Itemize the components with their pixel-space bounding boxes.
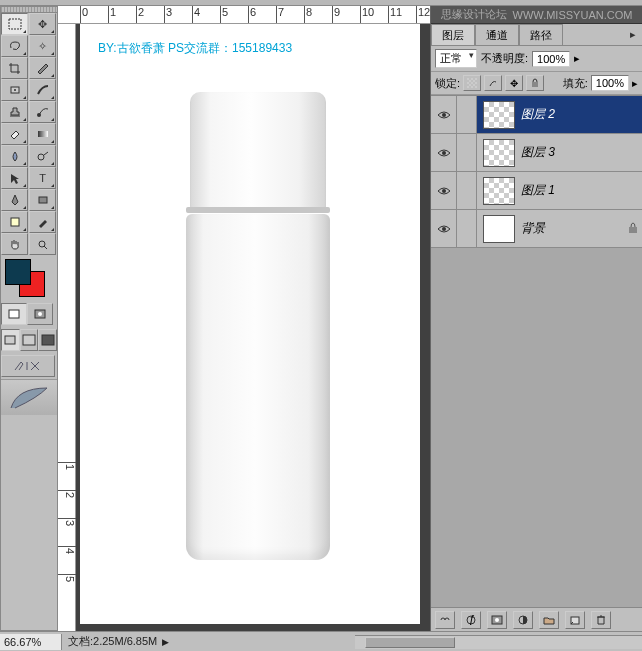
history-brush-tool[interactable] xyxy=(29,101,56,123)
heal-tool[interactable] xyxy=(1,79,28,101)
svg-point-19 xyxy=(442,151,446,155)
layer-name[interactable]: 图层 2 xyxy=(521,106,642,123)
pen-tool[interactable] xyxy=(1,189,28,211)
opacity-flyout-icon[interactable]: ▸ xyxy=(574,52,580,65)
imageready-button[interactable] xyxy=(1,355,55,377)
tab-layers[interactable]: 图层 xyxy=(431,24,475,45)
adjustment-layer-button[interactable] xyxy=(513,611,533,629)
svg-point-4 xyxy=(38,154,44,160)
slice-tool[interactable] xyxy=(29,57,56,79)
credit-text: BY:古欲香萧 PS交流群：155189433 xyxy=(98,40,292,57)
delete-layer-button[interactable] xyxy=(591,611,611,629)
blend-mode-select[interactable]: 正常 xyxy=(435,49,477,68)
ruler-vertical[interactable]: 1 2 3 4 5 xyxy=(58,24,76,631)
svg-rect-11 xyxy=(5,336,15,344)
lock-label: 锁定: xyxy=(435,76,460,91)
status-flyout-icon[interactable]: ▶ xyxy=(162,637,169,647)
gradient-tool[interactable] xyxy=(29,123,56,145)
svg-rect-0 xyxy=(9,19,21,29)
brush-tool[interactable] xyxy=(29,79,56,101)
stamp-tool[interactable] xyxy=(1,101,28,123)
screen-full-menu-button[interactable] xyxy=(20,329,39,351)
move-tool[interactable]: ✥ xyxy=(29,13,56,35)
screen-full-button[interactable] xyxy=(38,329,57,351)
lock-all-button[interactable] xyxy=(526,75,544,91)
bottle-cap-shape xyxy=(190,92,326,210)
doc-size: 2.25M/6.85M xyxy=(93,635,157,647)
visibility-toggle[interactable] xyxy=(431,172,457,209)
path-select-tool[interactable] xyxy=(1,167,28,189)
wand-tool[interactable]: ✧ xyxy=(29,35,56,57)
svg-rect-12 xyxy=(23,335,35,345)
svg-rect-17 xyxy=(532,82,538,87)
doc-label: 文档: xyxy=(68,635,93,647)
lock-transparency-button[interactable] xyxy=(463,75,481,91)
layer-thumbnail[interactable] xyxy=(483,215,515,243)
quickmask-mode-button[interactable] xyxy=(27,303,53,325)
fill-input[interactable]: 100% xyxy=(591,75,629,91)
layer-name[interactable]: 背景 xyxy=(521,220,624,237)
fill-flyout-icon[interactable]: ▸ xyxy=(632,77,638,90)
svg-rect-8 xyxy=(9,310,19,318)
layer-name[interactable]: 图层 1 xyxy=(521,182,642,199)
layer-style-button[interactable]: ƒ xyxy=(461,611,481,629)
svg-point-21 xyxy=(442,227,446,231)
layer-row[interactable]: 图层 1 xyxy=(431,172,642,210)
bottle-body-shape xyxy=(186,214,330,560)
svg-rect-3 xyxy=(38,131,48,137)
layer-thumbnail[interactable] xyxy=(483,101,515,129)
visibility-toggle[interactable] xyxy=(431,134,457,171)
shape-tool[interactable] xyxy=(29,189,56,211)
opacity-input[interactable]: 100% xyxy=(532,51,570,67)
notes-tool[interactable] xyxy=(1,211,28,233)
watermark: 思缘设计论坛WWW.MISSYUAN.COM xyxy=(431,6,642,24)
link-layers-button[interactable] xyxy=(435,611,455,629)
marquee-tool[interactable] xyxy=(1,13,28,35)
svg-rect-14 xyxy=(467,78,477,88)
layer-row[interactable]: 图层 3 xyxy=(431,134,642,172)
blur-tool[interactable] xyxy=(1,145,28,167)
layer-row[interactable]: 背景 xyxy=(431,210,642,248)
screen-standard-button[interactable] xyxy=(1,329,20,351)
panel-menu-icon[interactable]: ▸ xyxy=(624,24,642,45)
hand-tool[interactable] xyxy=(1,233,28,255)
lock-position-button[interactable]: ✥ xyxy=(505,75,523,91)
eraser-tool[interactable] xyxy=(1,123,28,145)
svg-point-26 xyxy=(495,618,499,622)
canvas[interactable]: BY:古欲香萧 PS交流群：155189433 xyxy=(76,24,430,631)
new-layer-button[interactable] xyxy=(565,611,585,629)
svg-point-10 xyxy=(38,312,42,316)
link-column[interactable] xyxy=(457,134,477,171)
svg-rect-6 xyxy=(11,218,19,226)
layer-thumbnail[interactable] xyxy=(483,139,515,167)
dodge-tool[interactable] xyxy=(29,145,56,167)
visibility-toggle[interactable] xyxy=(431,210,457,247)
lasso-tool[interactable] xyxy=(1,35,28,57)
link-column[interactable] xyxy=(457,210,477,247)
ruler-horizontal[interactable]: 0 1 2 3 4 5 6 7 8 9 10 11 12 xyxy=(58,6,430,24)
svg-point-20 xyxy=(442,189,446,193)
layer-name[interactable]: 图层 3 xyxy=(521,144,642,161)
crop-tool[interactable] xyxy=(1,57,28,79)
new-group-button[interactable] xyxy=(539,611,559,629)
layer-thumbnail[interactable] xyxy=(483,177,515,205)
horizontal-scrollbar[interactable] xyxy=(355,635,642,649)
visibility-toggle[interactable] xyxy=(431,96,457,133)
lock-pixels-button[interactable] xyxy=(484,75,502,91)
zoom-input[interactable]: 66.67% xyxy=(0,634,62,650)
link-column[interactable] xyxy=(457,172,477,209)
tab-paths[interactable]: 路径 xyxy=(519,24,563,45)
foreground-color-swatch[interactable] xyxy=(5,259,31,285)
zoom-tool[interactable] xyxy=(29,233,56,255)
layer-mask-button[interactable] xyxy=(487,611,507,629)
link-column[interactable] xyxy=(457,96,477,133)
standard-mode-button[interactable] xyxy=(1,303,27,325)
svg-rect-22 xyxy=(629,227,637,233)
layer-row[interactable]: 图层 2 xyxy=(431,96,642,134)
toolbox: ✥ ✧ T xyxy=(0,6,58,631)
tab-channels[interactable]: 通道 xyxy=(475,24,519,45)
bottle-ring-shape xyxy=(186,207,330,213)
type-tool[interactable]: T xyxy=(29,167,56,189)
svg-rect-5 xyxy=(39,197,47,203)
eyedropper-tool[interactable] xyxy=(29,211,56,233)
